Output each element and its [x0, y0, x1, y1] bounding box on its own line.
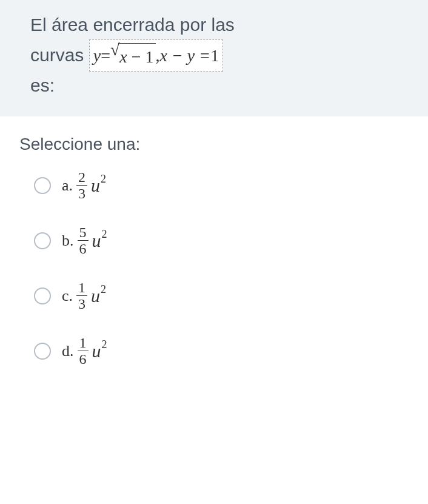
option-c[interactable]: c. 1 3 u 2 — [34, 280, 410, 311]
u-squared: u 2 — [91, 176, 106, 195]
u-squared: u 2 — [92, 232, 107, 250]
eq-part2: x − y = — [160, 42, 211, 69]
radio-icon[interactable] — [34, 232, 51, 249]
u-base: u — [92, 232, 101, 250]
u-base: u — [91, 287, 100, 305]
fraction: 1 6 — [78, 335, 89, 366]
sqrt-arg-x: x — [119, 47, 127, 66]
radio-icon[interactable] — [34, 177, 51, 194]
u-base: u — [92, 342, 101, 360]
eq-equals1: = — [101, 42, 110, 69]
u-squared: u 2 — [92, 342, 107, 360]
fraction: 2 3 — [76, 170, 87, 201]
fraction-den: 3 — [76, 185, 87, 201]
equation-box: y = √ x − 1 , x − y = 1 — [89, 39, 224, 72]
radio-icon[interactable] — [34, 343, 51, 360]
eq-comma: , — [156, 42, 160, 69]
u-exp: 2 — [101, 173, 106, 186]
fraction-num: 1 — [76, 280, 87, 295]
option-b-label: b. 5 6 u 2 — [62, 225, 107, 256]
prompt-text: Seleccione una: — [19, 135, 410, 154]
question-line3: es: — [30, 72, 410, 100]
sqrt-arg: x − 1 — [118, 43, 155, 70]
u-base: u — [91, 176, 100, 195]
fraction: 5 6 — [78, 225, 89, 256]
fraction-num: 1 — [78, 335, 89, 351]
option-letter: a. — [62, 176, 73, 195]
question-stem: El área encerrada por las curvas y = √ x… — [0, 0, 428, 116]
u-exp: 2 — [102, 338, 107, 351]
option-d[interactable]: d. 1 6 u 2 — [34, 335, 410, 366]
u-exp: 2 — [101, 283, 106, 296]
u-exp: 2 — [102, 228, 107, 241]
option-b[interactable]: b. 5 6 u 2 — [34, 225, 410, 256]
fraction-den: 6 — [78, 351, 89, 366]
option-letter: b. — [62, 232, 74, 250]
option-letter: d. — [62, 342, 74, 360]
option-d-label: d. 1 6 u 2 — [62, 335, 107, 366]
radio-icon[interactable] — [34, 287, 51, 304]
options-list: a. 2 3 u 2 b. 5 6 u — [34, 170, 410, 366]
fraction-den: 3 — [76, 295, 87, 311]
question-line1: El área encerrada por las — [30, 11, 410, 39]
u-squared: u 2 — [91, 287, 106, 305]
fraction-num: 5 — [78, 225, 89, 240]
answer-section: Seleccione una: a. 2 3 u 2 b. 5 — [0, 116, 428, 366]
option-a[interactable]: a. 2 3 u 2 — [34, 170, 410, 201]
question-line2: curvas y = √ x − 1 , x − y = 1 — [30, 39, 410, 72]
question-line2-prefix: curvas — [30, 45, 84, 65]
fraction: 1 3 — [76, 280, 87, 311]
fraction-num: 2 — [76, 170, 87, 185]
sqrt-arg-rest: − 1 — [127, 47, 154, 66]
fraction-den: 6 — [78, 240, 89, 256]
option-c-label: c. 1 3 u 2 — [62, 280, 106, 311]
eq-y: y — [93, 42, 101, 69]
option-letter: c. — [62, 287, 73, 305]
option-a-label: a. 2 3 u 2 — [62, 170, 106, 201]
sqrt-icon: √ x − 1 — [110, 41, 156, 70]
eq-one: 1 — [210, 42, 219, 69]
